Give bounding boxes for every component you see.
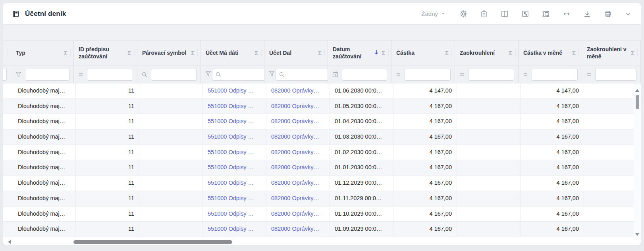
filter-input-datum_zauctovani[interactable] bbox=[342, 69, 387, 81]
sum-icon[interactable]: Σ bbox=[318, 50, 322, 56]
table-row[interactable]: Dlouhodobý maj…11551000 Odpisy …082000 O… bbox=[3, 222, 641, 237]
column-resize-handle[interactable] bbox=[261, 50, 262, 56]
sum-icon[interactable]: Σ bbox=[255, 50, 258, 56]
sum-icon[interactable]: Σ bbox=[64, 50, 67, 56]
table-row[interactable]: Dlouhodobý maj…11551000 Odpisy …082000 O… bbox=[3, 114, 641, 129]
column-header-zaokrouhleni[interactable]: ZaokrouhleníΣ bbox=[455, 41, 519, 66]
column-header-zaokrouhleni_v_mene[interactable]: Zaokrouhlení v měněΣ bbox=[582, 41, 641, 66]
column-resize-handle[interactable] bbox=[637, 50, 638, 56]
sum-icon[interactable]: Σ bbox=[572, 50, 576, 56]
settings-button[interactable] bbox=[458, 9, 469, 19]
layout-tiles-button[interactable] bbox=[520, 9, 530, 19]
horizontal-scroll-thumb[interactable] bbox=[73, 240, 232, 244]
view-mode-dropdown[interactable]: Žádný bbox=[421, 10, 445, 17]
column-header-ucet_ma_dati[interactable]: Účet Má dátiΣ bbox=[201, 41, 264, 66]
equals-icon[interactable] bbox=[586, 71, 592, 78]
account-link[interactable]: 551000 Odpisy … bbox=[208, 195, 254, 201]
account-link[interactable]: 082000 Oprávky… bbox=[271, 164, 319, 170]
table-row[interactable]: Dlouhodobý maj…11551000 Odpisy …082000 O… bbox=[3, 160, 641, 176]
equals-icon[interactable] bbox=[395, 71, 402, 78]
filter-text-ucet_ma_dati[interactable] bbox=[224, 70, 264, 80]
fit-selection-button[interactable] bbox=[541, 9, 551, 19]
equals-icon[interactable] bbox=[459, 71, 465, 78]
account-link[interactable]: 082000 Oprávky… bbox=[271, 118, 319, 124]
sum-icon[interactable]: Σ bbox=[382, 50, 385, 56]
equals-icon[interactable] bbox=[77, 71, 84, 78]
sum-icon[interactable]: Σ bbox=[509, 50, 512, 56]
filter-input-id_predpisu[interactable] bbox=[87, 69, 133, 81]
download-button[interactable] bbox=[582, 9, 592, 19]
magnifier-icon[interactable] bbox=[141, 71, 148, 78]
column-header-id_predpisu[interactable]: ID předpisu zaúčtováníΣ bbox=[74, 41, 137, 66]
table-row[interactable]: Dlouhodobý maj…11551000 Odpisy …082000 O… bbox=[3, 99, 641, 114]
expand-width-button[interactable] bbox=[561, 9, 572, 19]
filter-input-castka_v_mene[interactable] bbox=[532, 69, 578, 81]
scroll-down-arrow[interactable] bbox=[635, 233, 639, 236]
table-row[interactable]: Dlouhodobý maj…11551000 Odpisy …082000 O… bbox=[3, 145, 641, 160]
filter-input-partial[interactable] bbox=[3, 69, 7, 81]
column-resize-handle[interactable] bbox=[134, 50, 135, 56]
table-row[interactable]: Dlouhodobý maj…11551000 Odpisy …082000 O… bbox=[3, 207, 641, 222]
column-header-castka_v_mene[interactable]: Částka v měněΣ bbox=[519, 41, 582, 66]
account-link[interactable]: 551000 Odpisy … bbox=[208, 87, 254, 94]
filter-input-ucet_dal[interactable] bbox=[276, 69, 328, 81]
column-resize-handle[interactable] bbox=[515, 50, 516, 56]
archive-button[interactable] bbox=[479, 9, 489, 19]
sum-icon[interactable]: Σ bbox=[191, 50, 195, 56]
column-resize-handle[interactable] bbox=[324, 50, 325, 56]
scroll-left-arrow[interactable] bbox=[8, 240, 11, 244]
account-link[interactable]: 082000 Oprávky… bbox=[271, 195, 319, 201]
funnel-icon[interactable] bbox=[15, 71, 22, 78]
table-row[interactable]: Dlouhodobý maj…11551000 Odpisy …082000 O… bbox=[3, 191, 641, 207]
column-header-castka[interactable]: ČástkaΣ bbox=[391, 41, 455, 66]
account-link[interactable]: 082000 Oprávky… bbox=[271, 180, 319, 186]
account-link[interactable]: 551000 Odpisy … bbox=[208, 226, 254, 232]
vertical-scroll-thumb[interactable] bbox=[636, 95, 639, 109]
filter-input-typ[interactable] bbox=[25, 69, 69, 81]
funnel-icon[interactable] bbox=[268, 70, 276, 79]
print-button[interactable] bbox=[603, 9, 613, 19]
column-resize-handle[interactable] bbox=[451, 50, 452, 56]
filter-input-castka[interactable] bbox=[405, 69, 451, 81]
account-link[interactable]: 082000 Oprávky… bbox=[271, 133, 319, 140]
filter-input-parovaci_symbol[interactable] bbox=[151, 69, 197, 81]
vertical-scrollbar[interactable] bbox=[634, 83, 641, 239]
account-link[interactable]: 551000 Odpisy … bbox=[208, 149, 254, 155]
account-link[interactable]: 082000 Oprávky… bbox=[271, 226, 319, 232]
table-row[interactable]: Dlouhodobý maj…11551000 Odpisy …082000 O… bbox=[3, 129, 641, 145]
column-resize-handle[interactable] bbox=[197, 50, 198, 56]
column-header-datum_zauctovani[interactable]: Datum zaúčtováníΣ bbox=[328, 41, 391, 66]
scroll-up-arrow[interactable] bbox=[635, 89, 639, 92]
column-header-ucet_dal[interactable]: Účet DalΣ bbox=[264, 41, 328, 66]
more-button[interactable] bbox=[623, 9, 633, 19]
account-link[interactable]: 082000 Oprávky… bbox=[271, 87, 319, 94]
column-resize-handle[interactable] bbox=[578, 50, 579, 56]
sum-icon[interactable]: Σ bbox=[445, 50, 449, 56]
column-resize-handle[interactable] bbox=[388, 50, 389, 56]
account-link[interactable]: 551000 Odpisy … bbox=[208, 180, 254, 186]
horizontal-scrollbar[interactable] bbox=[3, 239, 634, 245]
column-header-typ[interactable]: TypΣ bbox=[11, 41, 74, 66]
account-link[interactable]: 551000 Odpisy … bbox=[208, 210, 254, 217]
filter-input-ucet_ma_dati[interactable] bbox=[212, 69, 264, 81]
sum-icon[interactable]: Σ bbox=[631, 50, 634, 56]
column-resize-handle[interactable] bbox=[70, 50, 71, 56]
equals-icon[interactable] bbox=[522, 71, 529, 78]
funnel-icon[interactable] bbox=[204, 70, 212, 79]
account-link[interactable]: 082000 Oprávky… bbox=[271, 149, 319, 155]
sum-icon[interactable]: Σ bbox=[127, 50, 131, 56]
account-link[interactable]: 082000 Oprávky… bbox=[271, 103, 319, 109]
filter-input-zaokrouhleni_v_mene[interactable] bbox=[595, 69, 636, 81]
filter-input-zaokrouhleni[interactable] bbox=[468, 69, 514, 81]
account-link[interactable]: 551000 Odpisy … bbox=[208, 133, 254, 140]
account-link[interactable]: 551000 Odpisy … bbox=[208, 164, 254, 170]
calendar-icon[interactable] bbox=[332, 71, 339, 78]
filter-text-ucet_dal[interactable] bbox=[287, 70, 328, 80]
account-link[interactable]: 551000 Odpisy … bbox=[208, 118, 254, 124]
column-header-parovaci_symbol[interactable]: Párovací symbolΣ bbox=[137, 41, 201, 66]
column-resize-handle[interactable] bbox=[8, 50, 8, 56]
account-link[interactable]: 551000 Odpisy … bbox=[208, 103, 254, 109]
split-view-button[interactable] bbox=[499, 9, 510, 19]
table-row[interactable]: Dlouhodobý maj…11551000 Odpisy …082000 O… bbox=[3, 83, 641, 99]
table-row[interactable]: Dlouhodobý maj…11551000 Odpisy …082000 O… bbox=[3, 176, 641, 191]
